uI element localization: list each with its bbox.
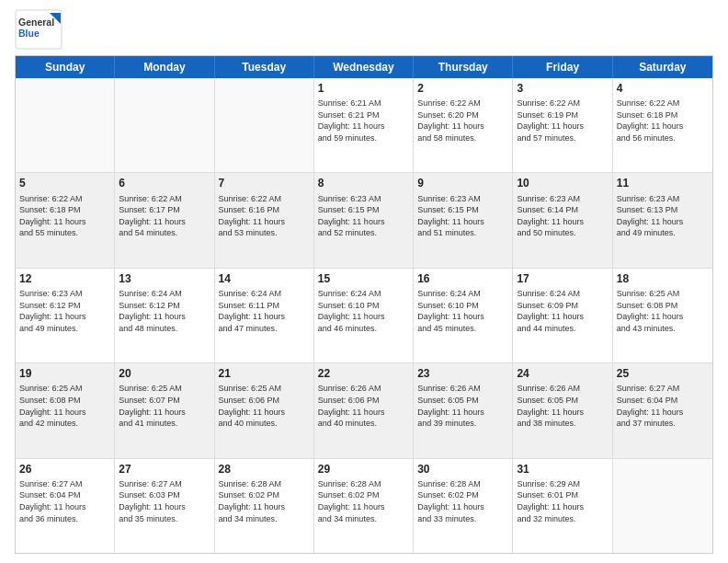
cell-info: Sunrise: 6:22 AM Sunset: 6:19 PM Dayligh…	[517, 98, 608, 144]
cell-info: Sunrise: 6:24 AM Sunset: 6:10 PM Dayligh…	[318, 288, 409, 334]
cell-info: Sunrise: 6:24 AM Sunset: 6:10 PM Dayligh…	[417, 288, 508, 334]
day-number: 27	[119, 462, 210, 477]
day-number: 10	[517, 176, 608, 190]
svg-text:General: General	[18, 17, 54, 28]
day-number: 2	[417, 81, 508, 96]
cal-week-2: 5Sunrise: 6:22 AM Sunset: 6:18 PM Daylig…	[16, 173, 712, 268]
day-number: 19	[19, 366, 110, 381]
cal-week-3: 12Sunrise: 6:23 AM Sunset: 6:12 PM Dayli…	[16, 269, 712, 363]
day-number: 8	[318, 176, 409, 190]
day-number: 22	[318, 366, 409, 381]
cal-header-sunday: Sunday	[16, 56, 115, 78]
logo: General Blue	[15, 9, 63, 50]
svg-text:Blue: Blue	[18, 28, 40, 39]
cal-cell: 8Sunrise: 6:23 AM Sunset: 6:15 PM Daylig…	[314, 173, 414, 267]
cal-cell: 7Sunrise: 6:22 AM Sunset: 6:16 PM Daylig…	[215, 173, 314, 267]
day-number: 15	[318, 271, 409, 286]
cell-info: Sunrise: 6:22 AM Sunset: 6:17 PM Dayligh…	[119, 193, 210, 239]
cal-cell: 5Sunrise: 6:22 AM Sunset: 6:18 PM Daylig…	[16, 173, 115, 267]
cal-header-saturday: Saturday	[613, 56, 712, 78]
day-number: 9	[417, 176, 508, 190]
cal-cell: 25Sunrise: 6:27 AM Sunset: 6:04 PM Dayli…	[613, 363, 712, 457]
cal-cell: 19Sunrise: 6:25 AM Sunset: 6:08 PM Dayli…	[16, 363, 115, 457]
cal-week-4: 19Sunrise: 6:25 AM Sunset: 6:08 PM Dayli…	[16, 363, 712, 458]
day-number: 16	[417, 271, 508, 286]
cell-info: Sunrise: 6:28 AM Sunset: 6:02 PM Dayligh…	[219, 478, 310, 524]
day-number: 17	[517, 271, 608, 286]
cell-info: Sunrise: 6:25 AM Sunset: 6:06 PM Dayligh…	[219, 383, 310, 429]
day-number: 30	[417, 462, 508, 477]
cell-info: Sunrise: 6:22 AM Sunset: 6:18 PM Dayligh…	[617, 98, 709, 144]
cell-info: Sunrise: 6:24 AM Sunset: 6:12 PM Dayligh…	[119, 288, 210, 334]
day-number: 4	[617, 81, 709, 96]
cell-info: Sunrise: 6:23 AM Sunset: 6:15 PM Dayligh…	[417, 193, 508, 239]
day-number: 14	[219, 271, 310, 286]
day-number: 6	[119, 176, 210, 190]
cal-cell: 3Sunrise: 6:22 AM Sunset: 6:19 PM Daylig…	[513, 78, 612, 172]
cal-cell: 15Sunrise: 6:24 AM Sunset: 6:10 PM Dayli…	[314, 269, 414, 362]
cell-info: Sunrise: 6:24 AM Sunset: 6:11 PM Dayligh…	[219, 288, 310, 334]
cell-info: Sunrise: 6:26 AM Sunset: 6:05 PM Dayligh…	[517, 383, 608, 429]
cell-info: Sunrise: 6:26 AM Sunset: 6:06 PM Dayligh…	[318, 383, 409, 429]
cell-info: Sunrise: 6:27 AM Sunset: 6:04 PM Dayligh…	[19, 478, 110, 524]
cell-info: Sunrise: 6:22 AM Sunset: 6:20 PM Dayligh…	[417, 98, 508, 144]
cal-cell	[115, 78, 214, 172]
day-number: 25	[617, 366, 709, 381]
cal-cell: 10Sunrise: 6:23 AM Sunset: 6:14 PM Dayli…	[513, 173, 612, 267]
day-number: 1	[318, 81, 409, 96]
cal-cell: 4Sunrise: 6:22 AM Sunset: 6:18 PM Daylig…	[613, 78, 712, 172]
cell-info: Sunrise: 6:29 AM Sunset: 6:01 PM Dayligh…	[517, 478, 608, 524]
cal-cell: 20Sunrise: 6:25 AM Sunset: 6:07 PM Dayli…	[115, 363, 214, 457]
cal-week-1: 1Sunrise: 6:21 AM Sunset: 6:21 PM Daylig…	[16, 78, 712, 173]
cal-cell: 29Sunrise: 6:28 AM Sunset: 6:02 PM Dayli…	[314, 459, 414, 553]
day-number: 29	[318, 462, 409, 477]
day-number: 20	[119, 366, 210, 381]
cal-cell: 27Sunrise: 6:27 AM Sunset: 6:03 PM Dayli…	[115, 459, 214, 553]
cell-info: Sunrise: 6:27 AM Sunset: 6:04 PM Dayligh…	[617, 383, 709, 429]
day-number: 31	[517, 462, 608, 477]
cell-info: Sunrise: 6:27 AM Sunset: 6:03 PM Dayligh…	[119, 478, 210, 524]
cal-cell: 26Sunrise: 6:27 AM Sunset: 6:04 PM Dayli…	[16, 459, 115, 553]
cell-info: Sunrise: 6:26 AM Sunset: 6:05 PM Dayligh…	[417, 383, 508, 429]
cal-cell: 17Sunrise: 6:24 AM Sunset: 6:09 PM Dayli…	[513, 269, 612, 362]
cal-cell: 31Sunrise: 6:29 AM Sunset: 6:01 PM Dayli…	[513, 459, 612, 553]
day-number: 12	[19, 271, 110, 286]
cal-cell: 11Sunrise: 6:23 AM Sunset: 6:13 PM Dayli…	[613, 173, 712, 267]
day-number: 28	[219, 462, 310, 477]
cell-info: Sunrise: 6:22 AM Sunset: 6:16 PM Dayligh…	[219, 193, 310, 239]
cal-cell: 16Sunrise: 6:24 AM Sunset: 6:10 PM Dayli…	[414, 269, 513, 362]
cell-info: Sunrise: 6:25 AM Sunset: 6:08 PM Dayligh…	[19, 383, 110, 429]
cell-info: Sunrise: 6:28 AM Sunset: 6:02 PM Dayligh…	[417, 478, 508, 524]
cell-info: Sunrise: 6:25 AM Sunset: 6:08 PM Dayligh…	[617, 288, 709, 334]
day-number: 5	[19, 176, 110, 190]
header: General Blue	[15, 9, 713, 50]
day-number: 7	[219, 176, 310, 190]
cal-cell: 12Sunrise: 6:23 AM Sunset: 6:12 PM Dayli…	[16, 269, 115, 362]
cal-header-tuesday: Tuesday	[215, 56, 314, 78]
day-number: 26	[19, 462, 110, 477]
cal-cell: 2Sunrise: 6:22 AM Sunset: 6:20 PM Daylig…	[414, 78, 513, 172]
cal-cell: 24Sunrise: 6:26 AM Sunset: 6:05 PM Dayli…	[513, 363, 612, 457]
cal-cell: 18Sunrise: 6:25 AM Sunset: 6:08 PM Dayli…	[613, 269, 712, 362]
day-number: 21	[219, 366, 310, 381]
cell-info: Sunrise: 6:23 AM Sunset: 6:13 PM Dayligh…	[617, 193, 709, 239]
cal-header-friday: Friday	[513, 56, 612, 78]
page: General Blue SundayMondayTuesdayWednesda…	[0, 0, 728, 563]
cell-info: Sunrise: 6:22 AM Sunset: 6:18 PM Dayligh…	[19, 193, 110, 239]
cal-cell	[613, 459, 712, 553]
cal-cell: 14Sunrise: 6:24 AM Sunset: 6:11 PM Dayli…	[215, 269, 314, 362]
cal-header-thursday: Thursday	[414, 56, 513, 78]
day-number: 13	[119, 271, 210, 286]
cal-cell: 28Sunrise: 6:28 AM Sunset: 6:02 PM Dayli…	[215, 459, 314, 553]
logo-svg: General Blue	[15, 9, 63, 50]
cal-cell: 23Sunrise: 6:26 AM Sunset: 6:05 PM Dayli…	[414, 363, 513, 457]
day-number: 11	[617, 176, 709, 190]
calendar: SundayMondayTuesdayWednesdayThursdayFrid…	[15, 55, 713, 554]
cal-cell	[215, 78, 314, 172]
cal-cell: 6Sunrise: 6:22 AM Sunset: 6:17 PM Daylig…	[115, 173, 214, 267]
cell-info: Sunrise: 6:21 AM Sunset: 6:21 PM Dayligh…	[318, 98, 409, 144]
calendar-header-row: SundayMondayTuesdayWednesdayThursdayFrid…	[16, 56, 712, 78]
cal-header-wednesday: Wednesday	[314, 56, 414, 78]
cal-cell: 22Sunrise: 6:26 AM Sunset: 6:06 PM Dayli…	[314, 363, 414, 457]
cell-info: Sunrise: 6:25 AM Sunset: 6:07 PM Dayligh…	[119, 383, 210, 429]
